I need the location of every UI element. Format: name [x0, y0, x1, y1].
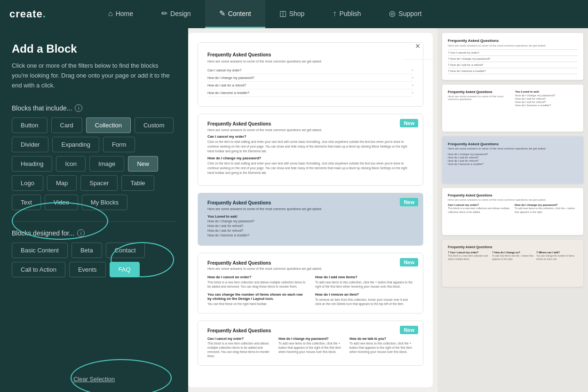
nav-shop[interactable]: ◫ Shop	[265, 0, 319, 28]
filter-form[interactable]: Form	[103, 137, 135, 152]
modal-header: ×	[403, 33, 433, 60]
nav-publish-label: Publish	[339, 10, 361, 17]
block-preview: Frequently Asked Questions Here are some…	[198, 43, 423, 106]
main-container: Add a Block Click one or more of the fil…	[0, 0, 588, 392]
blocks-grid: Frequently Asked Questions Here are some…	[188, 33, 433, 387]
filter-image[interactable]: Image	[89, 156, 124, 172]
filter-logo[interactable]: Logo	[12, 175, 43, 191]
filter-expanding[interactable]: Expanding	[52, 137, 99, 152]
content-icon: ✎	[219, 9, 225, 18]
sidebar-description: Click one or more of the filters below t…	[12, 61, 176, 90]
page-previews: Frequently Asked Questions Here are some…	[437, 28, 588, 392]
blocks-include-label: Blocks that include... i	[12, 104, 176, 112]
block-type-filters: Button Card Collection Custom Divider Ex…	[12, 118, 176, 210]
logo-text: create	[9, 8, 43, 20]
filter-table[interactable]: Table	[121, 175, 154, 191]
filter-icon[interactable]: Icon	[56, 156, 86, 172]
design-icon: ✏	[161, 9, 167, 18]
blocks-designed-label: Blocks designed for... i	[12, 229, 176, 237]
nav-home[interactable]: ⌂ Home	[94, 0, 147, 28]
blocks-designed-info-icon[interactable]: i	[77, 229, 85, 237]
filter-spacer[interactable]: Spacer	[80, 175, 118, 191]
nav-shop-label: Shop	[289, 10, 305, 17]
nav-items: ⌂ Home ✏ Design ✎ Content ◫ Shop ↑ Publi…	[94, 0, 588, 28]
top-navigation: create. ⌂ Home ✏ Design ✎ Content ◫ Shop…	[0, 0, 588, 28]
filter-custom[interactable]: Custom	[135, 118, 174, 133]
nav-content-label: Content	[228, 10, 251, 17]
block-card[interactable]: Frequently Asked Questions Here are some…	[198, 42, 423, 107]
filter-card[interactable]: Card	[51, 118, 82, 133]
section-divider	[12, 221, 176, 222]
page-card-inner: Frequently Asked Questions Here are some…	[442, 33, 583, 80]
new-badge: New	[400, 198, 418, 206]
block-card[interactable]: New Frequently Asked Questions Here are …	[198, 253, 423, 314]
nav-design[interactable]: ✏ Design	[147, 0, 205, 28]
filter-collection[interactable]: Collection	[86, 118, 131, 133]
block-card[interactable]: New Frequently Asked Questions Can I can…	[198, 321, 423, 366]
block-preview: Frequently Asked Questions Can I cancel …	[198, 321, 423, 365]
page-card-inner: Frequently Asked Questions Here are some…	[442, 136, 583, 183]
nav-support[interactable]: ◎ Support	[375, 0, 436, 28]
nav-design-label: Design	[170, 10, 191, 17]
filter-events[interactable]: Events	[69, 262, 106, 277]
sidebar-title: Add a Block	[12, 42, 176, 55]
filter-divider[interactable]: Divider	[12, 137, 48, 152]
new-badge: New	[400, 119, 418, 127]
block-picker-modal: × Frequently Asked Questions Here are so…	[188, 33, 433, 387]
page-preview-card: Frequently Asked Questions Here are some…	[442, 85, 583, 132]
clear-selection-button[interactable]: Clear Selection	[73, 376, 115, 383]
logo: create.	[0, 8, 94, 20]
filter-faq[interactable]: FAQ	[110, 262, 140, 277]
filter-text[interactable]: Text	[12, 195, 41, 210]
home-icon: ⌂	[108, 9, 113, 18]
filter-button[interactable]: Button	[12, 118, 48, 133]
block-preview: Frequently Asked Questions Here are some…	[198, 253, 423, 313]
blocks-include-info-icon[interactable]: i	[75, 104, 82, 112]
add-block-sidebar: Add a Block Click one or more of the fil…	[0, 28, 188, 392]
page-card-inner: Frequently Asked Questions ? Can I cance…	[442, 240, 583, 287]
filter-myblocks[interactable]: My Blocks	[82, 195, 127, 210]
filter-contact[interactable]: Contact	[106, 243, 145, 258]
page-preview-card: Frequently Asked Questions ? Can I cance…	[442, 240, 583, 287]
page-card-inner: Frequently Asked Questions Here are some…	[442, 188, 583, 235]
filter-new[interactable]: New	[128, 156, 158, 172]
page-card-inner: Frequently Asked Questions Here are some…	[442, 85, 583, 132]
page-preview-card: Frequently Asked Questions Here are some…	[442, 33, 583, 80]
block-card[interactable]: New Frequently Asked Questions Here are …	[198, 114, 423, 186]
block-preview: Frequently Asked Questions Here are some…	[198, 193, 423, 245]
block-card[interactable]: New Frequently Asked Questions Here are …	[198, 193, 423, 246]
logo-dot: .	[43, 8, 46, 20]
design-filters: Basic Content Beta Contact Call to Actio…	[12, 243, 176, 277]
filter-basic-content[interactable]: Basic Content	[12, 243, 68, 258]
nav-support-label: Support	[398, 10, 421, 17]
filter-heading[interactable]: Heading	[12, 156, 52, 172]
nav-home-label: Home	[116, 10, 133, 17]
filter-video[interactable]: Video	[45, 195, 78, 210]
close-button[interactable]: ×	[412, 40, 423, 52]
publish-icon: ↑	[333, 9, 336, 18]
nav-content[interactable]: ✎ Content	[205, 0, 265, 28]
filter-call-to-action[interactable]: Call to Action	[12, 262, 65, 277]
new-badge: New	[400, 326, 418, 334]
filter-map[interactable]: Map	[47, 175, 77, 191]
filter-beta[interactable]: Beta	[72, 243, 102, 258]
page-preview-card: Frequently Asked Questions Here are some…	[442, 188, 583, 235]
shop-icon: ◫	[279, 9, 286, 18]
page-preview-card: Frequently Asked Questions Here are some…	[442, 136, 583, 183]
support-icon: ◎	[389, 9, 396, 18]
block-preview: Frequently Asked Questions Here are some…	[198, 114, 423, 185]
nav-publish[interactable]: ↑ Publish	[318, 0, 375, 28]
new-badge: New	[400, 258, 418, 267]
